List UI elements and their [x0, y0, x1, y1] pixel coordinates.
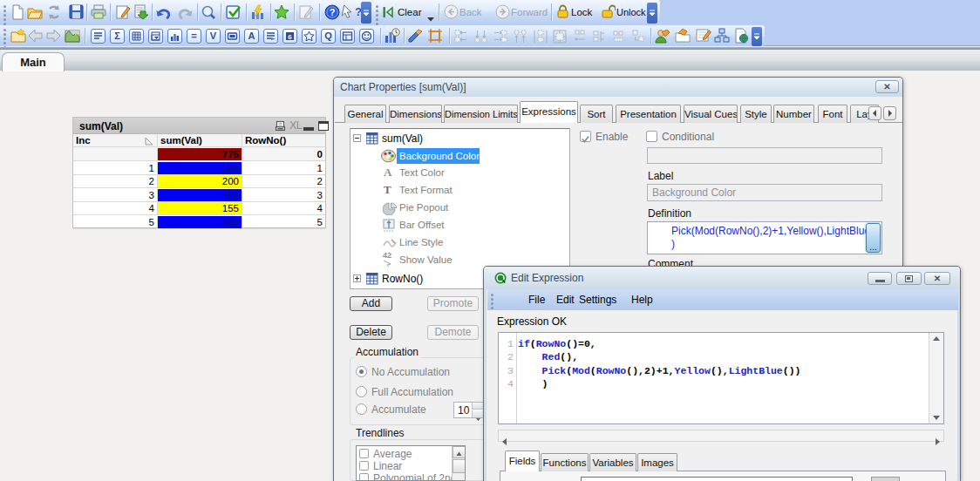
svg-text:6: 6 [288, 33, 292, 41]
svg-text:?: ? [355, 5, 361, 18]
svg-text:?: ? [330, 7, 336, 17]
